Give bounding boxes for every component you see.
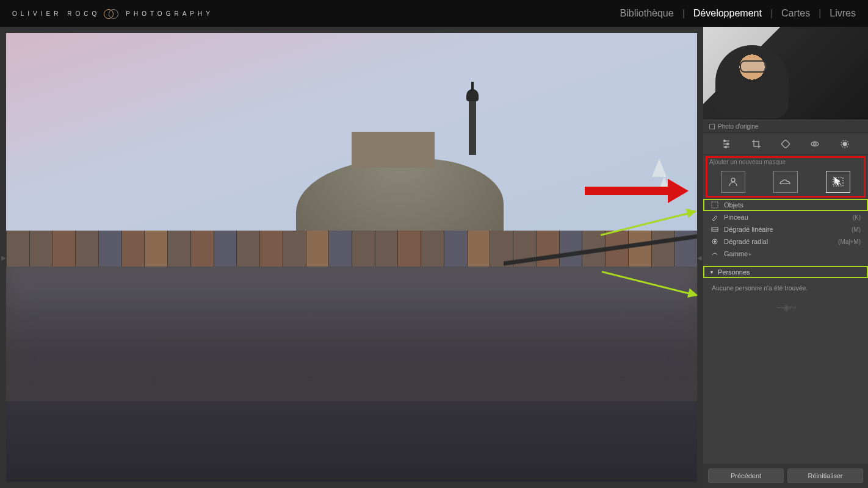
objects-icon bbox=[711, 201, 719, 209]
develop-toolstrip bbox=[703, 133, 868, 155]
panel-expand-left-icon[interactable]: ▶ bbox=[1, 254, 6, 261]
module-picker: Bibliothèque | Développement | Cartes | … bbox=[620, 8, 856, 19]
svg-rect-6 bbox=[781, 139, 790, 148]
photo-preview[interactable] bbox=[6, 33, 697, 482]
mask-tool-radial-gradient[interactable]: Dégradé radial (Maj+M) bbox=[703, 235, 868, 248]
brand-text-right: PHOTOGRAPHY bbox=[126, 10, 214, 17]
module-book[interactable]: Livres bbox=[830, 8, 856, 19]
svg-point-18 bbox=[714, 241, 716, 243]
module-separator: | bbox=[770, 8, 773, 19]
previous-button[interactable]: Précédent bbox=[708, 468, 784, 483]
mask-tool-range[interactable]: Gamme▸ bbox=[703, 248, 868, 260]
module-separator: | bbox=[682, 8, 685, 19]
brush-icon bbox=[711, 213, 719, 221]
people-empty-message: Aucune personne n'a été trouvée. bbox=[703, 278, 868, 298]
mask-selector-section: Ajouter un nouveau masque bbox=[703, 155, 868, 199]
mask-tool-objects[interactable]: Objets bbox=[703, 199, 868, 211]
svg-point-5 bbox=[725, 146, 727, 148]
brand-text-left: OLIVIER ROCQ bbox=[12, 10, 100, 17]
disclosure-triangle-icon: ▼ bbox=[709, 270, 714, 275]
redeye-icon[interactable] bbox=[809, 138, 821, 150]
range-icon bbox=[711, 249, 719, 258]
original-photo-toggle[interactable]: Photo d'origine bbox=[703, 120, 868, 133]
module-develop[interactable]: Développement bbox=[693, 8, 762, 19]
top-bar: OLIVIER ROCQ PHOTOGRAPHY Bibliothèque | … bbox=[0, 0, 868, 27]
mask-select-background[interactable] bbox=[826, 171, 850, 193]
svg-point-11 bbox=[731, 178, 735, 182]
original-photo-label: Photo d'origine bbox=[718, 123, 758, 130]
svg-point-3 bbox=[724, 140, 726, 142]
module-map[interactable]: Cartes bbox=[781, 8, 810, 19]
webcam-overlay bbox=[703, 27, 868, 120]
brand-monogram-icon bbox=[104, 7, 122, 20]
mask-tool-list: Objets Pinceau (K) Dégradé linéaire (M) bbox=[703, 199, 868, 260]
crop-icon[interactable] bbox=[750, 138, 762, 150]
brand-logo: OLIVIER ROCQ PHOTOGRAPHY bbox=[12, 7, 214, 20]
panel-expand-right-icon[interactable]: ◀ bbox=[697, 254, 702, 261]
mask-select-sky[interactable] bbox=[773, 171, 798, 193]
panel-filler: ∽◈∾ bbox=[703, 298, 868, 464]
preview-area: ▶ ◀ bbox=[0, 27, 703, 488]
svg-point-10 bbox=[843, 142, 847, 146]
svg-rect-14 bbox=[712, 202, 718, 208]
module-separator: | bbox=[819, 8, 821, 19]
module-library[interactable]: Bibliothèque bbox=[620, 8, 674, 19]
healing-icon[interactable] bbox=[779, 138, 792, 150]
masking-icon[interactable] bbox=[839, 138, 851, 150]
edit-sliders-icon[interactable] bbox=[720, 138, 732, 150]
right-panel: Photo d'origine Ajouter un nouveau masqu… bbox=[703, 27, 868, 488]
mask-section-header: Ajouter un nouveau masque bbox=[709, 159, 862, 167]
panel-ornament-icon: ∽◈∾ bbox=[776, 301, 795, 313]
mask-tool-linear-gradient[interactable]: Dégradé linéaire (M) bbox=[703, 223, 868, 235]
panel-bottom-buttons: Précédent Réinitialiser bbox=[703, 464, 868, 488]
reset-button[interactable]: Réinitialiser bbox=[787, 468, 863, 483]
linear-gradient-icon bbox=[711, 225, 719, 234]
mask-select-subject[interactable] bbox=[721, 171, 745, 193]
people-section-header[interactable]: ▼ Personnes bbox=[703, 266, 868, 278]
checkbox-icon[interactable] bbox=[709, 124, 715, 129]
radial-gradient-icon bbox=[711, 237, 719, 246]
mask-tool-brush[interactable]: Pinceau (K) bbox=[703, 211, 868, 223]
svg-point-4 bbox=[727, 143, 729, 145]
svg-point-8 bbox=[814, 143, 816, 145]
